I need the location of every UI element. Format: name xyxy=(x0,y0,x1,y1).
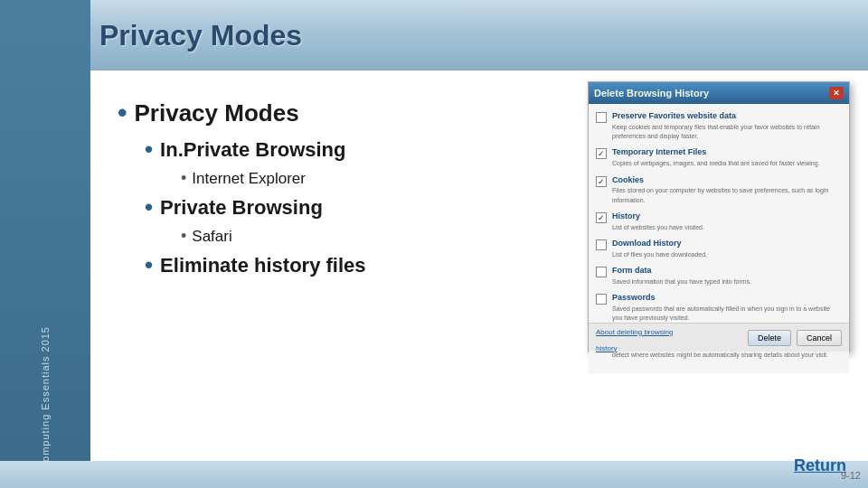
checkbox-4[interactable] xyxy=(596,239,607,250)
dialog-link-2[interactable]: history xyxy=(596,344,618,352)
dialog-screenshot: Delete Browsing History ✕ Preserve Favor… xyxy=(588,81,850,352)
page-number: 9-12 xyxy=(841,470,861,481)
dialog-title: Delete Browsing History xyxy=(594,88,709,99)
dialog-titlebar: Delete Browsing History ✕ xyxy=(589,82,849,104)
dialog-button-group: Delete Cancel xyxy=(748,330,842,346)
return-link[interactable]: Return xyxy=(794,456,846,475)
dialog-row-title-6: Passwords xyxy=(612,293,842,304)
checkbox-0[interactable] xyxy=(596,112,607,123)
dialog-row-desc-6: Saved passwords that are automatically f… xyxy=(612,305,830,321)
bottom-bar xyxy=(0,461,868,488)
checkbox-1[interactable] xyxy=(596,148,607,159)
dialog-row-3: History List of websites you have visite… xyxy=(596,211,842,232)
dialog-row-desc-0: Keep cookies and temporary files that en… xyxy=(612,124,820,139)
dialog-footer: About deleting browsing history Delete C… xyxy=(589,323,849,352)
dialog-row-desc-2: Files stored on your computer by website… xyxy=(612,187,828,202)
dialog-row-4: Download History List of files you have … xyxy=(596,239,842,259)
checkbox-6[interactable] xyxy=(596,294,607,305)
dialog-row-title-1: Temporary Internet Files xyxy=(612,147,820,158)
dialog-row-2: Cookies Files stored on your computer by… xyxy=(596,175,842,205)
header-bar: Privacy Modes xyxy=(0,0,868,70)
dialog-row-desc-4: List of files you have downloaded. xyxy=(612,251,707,258)
checkbox-3[interactable] xyxy=(596,212,607,223)
dialog-row-title-5: Form data xyxy=(612,266,751,277)
dialog-row-title-0: Preserve Favorites website data xyxy=(612,111,842,122)
dialog-row-desc-3: List of websites you have visited. xyxy=(612,224,704,230)
dialog-row-title-4: Download History xyxy=(612,239,707,249)
sidebar: Computing Essentials 2015 xyxy=(0,0,90,488)
dialog-row-desc-5: Saved information that you have typed in… xyxy=(612,278,751,285)
dialog-row-1: Temporary Internet Files Copies of webpa… xyxy=(596,147,842,168)
sidebar-label-area: Computing Essentials 2015 xyxy=(0,72,90,488)
sidebar-vertical-text: Computing Essentials 2015 xyxy=(40,326,51,470)
dialog-link-1[interactable]: About deleting browsing xyxy=(596,328,673,336)
cancel-button[interactable]: Cancel xyxy=(797,330,842,346)
dialog-close-button[interactable]: ✕ xyxy=(829,87,844,99)
dialog-row-title-2: Cookies xyxy=(612,175,842,186)
dialog-row-5: Form data Saved information that you hav… xyxy=(596,266,842,286)
dialog-row-0: Preserve Favorites website data Keep coo… xyxy=(596,111,842,141)
header-title: Privacy Modes xyxy=(99,19,302,52)
dialog-footer-links: About deleting browsing history xyxy=(596,322,673,354)
delete-button[interactable]: Delete xyxy=(748,330,791,346)
dialog-row-6: Passwords Saved passwords that are autom… xyxy=(596,293,842,323)
checkbox-5[interactable] xyxy=(596,267,607,277)
dialog-row-desc-1: Copies of webpages, images, and media th… xyxy=(612,160,820,166)
checkbox-2[interactable] xyxy=(596,176,607,187)
dialog-row-title-3: History xyxy=(612,211,704,222)
